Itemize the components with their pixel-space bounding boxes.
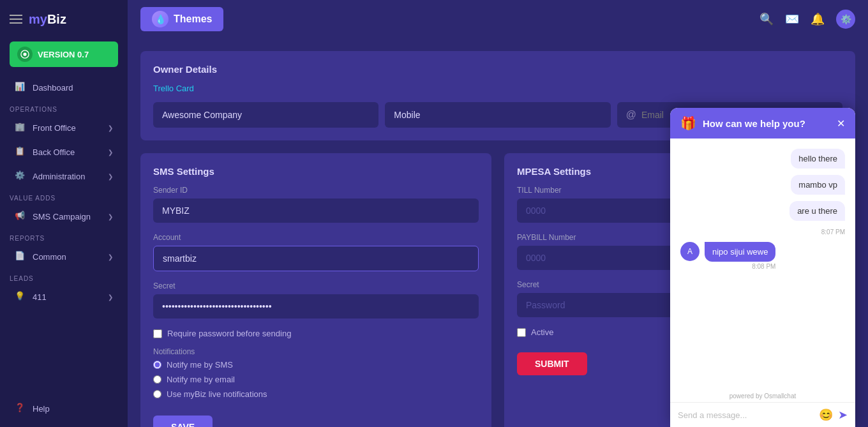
sms-settings-card: SMS Settings Sender ID Account Secret Re…: [140, 153, 491, 427]
chat-input[interactable]: [678, 410, 814, 420]
topbar-actions: 🔍 ✉️ 🔔 ⚙️: [760, 10, 855, 29]
themes-tab[interactable]: 💧 Themes: [140, 7, 223, 31]
notify-email-row: Notify me by email: [153, 375, 479, 384]
account-label: Account: [153, 233, 479, 242]
search-icon[interactable]: 🔍: [760, 12, 774, 26]
bell-icon[interactable]: 🔔: [811, 12, 825, 26]
sidebar-item-front-office[interactable]: 🏢 Front Office ❯: [5, 116, 123, 139]
topbar: 💧 Themes 🔍 ✉️ 🔔 ⚙️: [128, 0, 868, 38]
chat-timestamp-right: 8:07 PM: [680, 228, 845, 236]
chat-message-3: are u there: [789, 201, 845, 221]
front-office-icon: 🏢: [15, 122, 26, 133]
chat-widget: 🎁 How can we help you? ✕ hello there mam…: [670, 108, 855, 427]
sidebar-item-label: 411: [33, 292, 47, 302]
sidebar-item-help[interactable]: ❓ Help: [5, 397, 123, 420]
sidebar-item-411[interactable]: 💡 411 ❯: [5, 285, 123, 308]
active-checkbox[interactable]: [517, 328, 526, 337]
account-input[interactable]: [153, 246, 479, 271]
secret-group: Secret: [153, 281, 479, 318]
chevron-icon: ❯: [108, 213, 113, 220]
mail-icon[interactable]: ✉️: [785, 12, 799, 26]
chevron-icon: ❯: [108, 149, 113, 156]
dashboard-icon: 📊: [15, 82, 26, 93]
hamburger-menu[interactable]: [10, 15, 22, 24]
theme-label: Themes: [174, 13, 212, 25]
sidebar-item-common[interactable]: 📄 Common ❯: [5, 245, 123, 268]
require-password-label: Require password before sending: [167, 329, 291, 338]
secret-input[interactable]: [153, 294, 479, 318]
company-input[interactable]: [153, 102, 378, 128]
chat-message-1: hello there: [791, 149, 845, 169]
help-icon: ❓: [15, 403, 26, 414]
chevron-icon: ❯: [108, 124, 113, 131]
app-logo: myBiz: [29, 12, 66, 27]
sidebar-item-administration[interactable]: ⚙️ Administration ❯: [5, 165, 123, 188]
svg-point-1: [23, 52, 26, 56]
administration-icon: ⚙️: [15, 170, 26, 182]
chevron-icon: ❯: [108, 253, 113, 260]
chat-header-icon: 🎁: [680, 116, 696, 131]
chevron-icon: ❯: [108, 294, 113, 301]
mobile-input[interactable]: [385, 102, 610, 128]
at-sign-icon: @: [626, 109, 636, 121]
sender-id-group: Sender ID: [153, 186, 479, 223]
chat-message-4: A nipo sijui wewe 8:08 PM: [680, 242, 775, 270]
sidebar-item-dashboard[interactable]: 📊 Dashboard: [5, 76, 123, 99]
sidebar-item-label: Common: [33, 252, 66, 262]
sidebar-item-label: SMS Campaign: [33, 212, 91, 221]
sidebar-item-sms-campaign[interactable]: 📢 SMS Campaign ❯: [5, 205, 123, 228]
agent-timestamp: 8:08 PM: [705, 263, 775, 270]
notify-sms-radio[interactable]: [153, 361, 161, 369]
version-icon: [17, 47, 33, 62]
require-password-row: Require password before sending: [153, 329, 479, 338]
secret-label: Secret: [153, 281, 479, 290]
sms-campaign-icon: 📢: [15, 211, 26, 222]
sender-id-input[interactable]: [153, 199, 479, 223]
require-password-checkbox[interactable]: [153, 329, 162, 338]
chat-header-title: How can we help you?: [703, 118, 830, 129]
reports-label: REPORTS: [0, 228, 128, 244]
agent-avatar: A: [680, 242, 700, 261]
notifications-group: Notifications Notify me by SMS Notify me…: [153, 347, 479, 399]
settings-icon[interactable]: ⚙️: [836, 10, 855, 29]
notifications-radio-group: Notify me by SMS Notify me by email Use …: [153, 360, 479, 399]
sidebar-item-label: Help: [33, 404, 50, 414]
leads-label: LEADS: [0, 269, 128, 285]
agent-message: nipo sijui wewe: [705, 242, 775, 262]
sidebar-header: myBiz: [0, 0, 128, 38]
notify-sms-row: Notify me by SMS: [153, 360, 479, 370]
chevron-icon: ❯: [108, 173, 113, 180]
sidebar-item-back-office[interactable]: 📋 Back Office ❯: [5, 140, 123, 163]
notify-live-row: Use myBiz live notifications: [153, 389, 479, 399]
notify-sms-label: Notify me by SMS: [167, 360, 233, 370]
chat-powered-by: powered by Osmallchat: [670, 390, 855, 402]
leads-icon: 💡: [15, 291, 26, 303]
owner-details-title: Owner Details: [153, 64, 842, 75]
notify-email-label: Notify me by email: [167, 375, 235, 384]
sidebar-item-label: Front Office: [33, 123, 76, 133]
account-group: Account: [153, 233, 479, 271]
chat-header: 🎁 How can we help you? ✕: [670, 108, 855, 139]
sender-id-label: Sender ID: [153, 186, 479, 195]
sms-settings-title: SMS Settings: [153, 166, 479, 177]
notify-live-radio[interactable]: [153, 390, 161, 398]
trello-link[interactable]: Trello Card: [153, 84, 842, 93]
chat-close-button[interactable]: ✕: [837, 117, 845, 130]
version-label: VERSION 0.7: [38, 50, 89, 59]
save-button[interactable]: SAVE: [153, 416, 213, 427]
notify-live-label: Use myBiz live notifications: [167, 389, 267, 399]
submit-button[interactable]: SUBMIT: [517, 352, 587, 375]
sidebar-item-label: Back Office: [33, 147, 75, 157]
sidebar: myBiz VERSION 0.7 📊 Dashboard OPERATIONS…: [0, 0, 128, 427]
sidebar-item-label: Dashboard: [33, 83, 73, 93]
active-label: Active: [531, 327, 553, 337]
operations-label: OPERATIONS: [0, 100, 128, 116]
sidebar-item-label: Administration: [33, 172, 85, 181]
theme-icon: 💧: [152, 11, 168, 27]
notify-email-radio[interactable]: [153, 375, 161, 384]
notifications-label: Notifications: [153, 347, 479, 356]
send-icon[interactable]: ➤: [838, 408, 848, 422]
value-adds-label: VALUE ADDS: [0, 188, 128, 204]
version-button[interactable]: VERSION 0.7: [10, 41, 118, 67]
emoji-icon[interactable]: 😊: [819, 408, 833, 422]
